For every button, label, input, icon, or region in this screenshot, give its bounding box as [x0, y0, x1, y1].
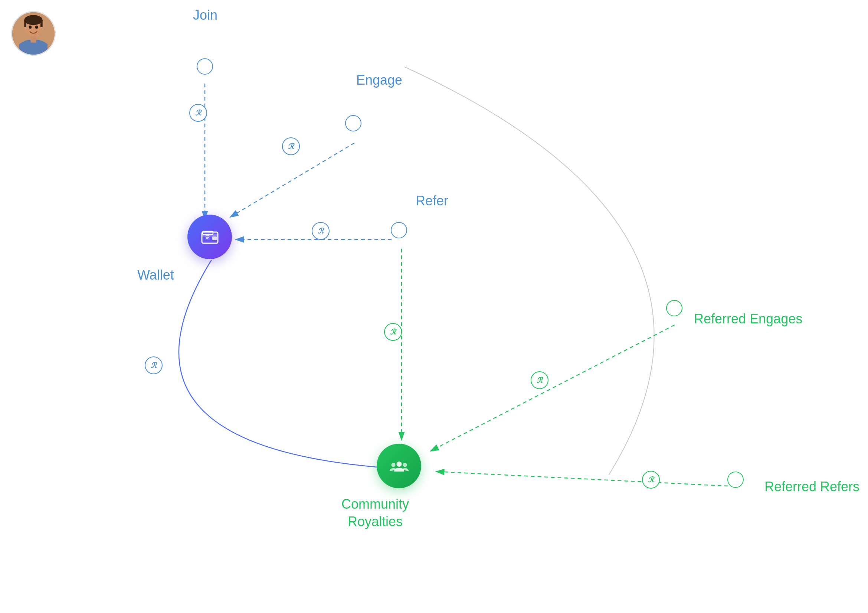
- engage-label: Engage: [356, 72, 402, 88]
- svg-rect-12: [24, 20, 26, 27]
- referred-refers-label: Referred Refers: [764, 479, 859, 495]
- referred-engages-node: [666, 300, 682, 317]
- r-token-join: ℛ: [189, 104, 207, 122]
- diagram-container: Join ℛ Engage ℛ Refer ℛ Wallet ℛ ℛ: [0, 0, 868, 613]
- refer-node: [391, 222, 407, 238]
- svg-point-15: [35, 26, 38, 29]
- r-token-referred-refers: ℛ: [642, 471, 660, 489]
- avatar: [11, 11, 56, 56]
- r-token-curve: ℛ: [145, 357, 163, 374]
- svg-point-25: [396, 461, 401, 467]
- svg-point-14: [29, 26, 32, 29]
- svg-rect-20: [212, 236, 217, 240]
- r-token-referred-engages: ℛ: [531, 371, 549, 389]
- svg-line-8: [436, 472, 735, 486]
- referred-refers-node: [727, 472, 744, 488]
- svg-rect-16: [30, 36, 36, 43]
- r-token-vertical-green: ℛ: [384, 323, 402, 341]
- svg-point-11: [24, 15, 42, 25]
- diagram-svg: [0, 0, 868, 613]
- referred-engages-label: Referred Engages: [694, 311, 802, 327]
- svg-point-27: [403, 462, 407, 467]
- refer-label: Refer: [415, 193, 448, 209]
- r-token-refer: ℛ: [312, 222, 330, 240]
- svg-rect-21: [205, 234, 210, 240]
- community-label: CommunityRoyalties: [341, 496, 409, 531]
- community-node: [377, 444, 421, 488]
- join-node: [197, 58, 213, 74]
- community-label-text: CommunityRoyalties: [341, 497, 409, 529]
- r-token-engage: ℛ: [282, 137, 300, 155]
- engage-node: [345, 115, 361, 132]
- join-label: Join: [193, 8, 217, 23]
- svg-rect-13: [40, 20, 43, 27]
- svg-point-26: [391, 462, 395, 467]
- wallet-node: [188, 214, 232, 259]
- wallet-label: Wallet: [137, 267, 174, 283]
- svg-line-7: [431, 325, 675, 451]
